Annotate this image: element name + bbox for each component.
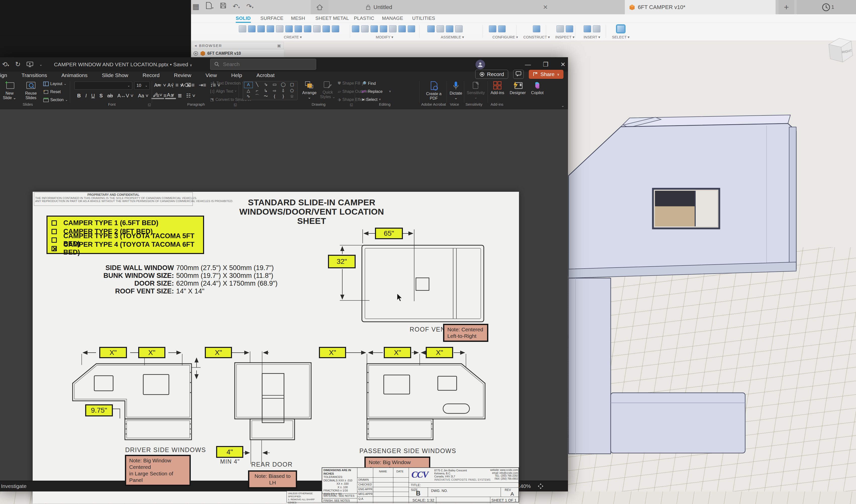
scribble-shape-icon[interactable]: ∿ bbox=[244, 94, 253, 100]
align-left-icon[interactable]: ≡ bbox=[156, 93, 159, 98]
comments-button[interactable] bbox=[513, 70, 524, 79]
section-button[interactable]: Section ⌄ bbox=[43, 97, 68, 102]
panel-dock-icon[interactable]: ▣ bbox=[277, 43, 281, 48]
new-tab-icon[interactable]: + bbox=[778, 0, 794, 14]
search-input[interactable] bbox=[223, 61, 311, 67]
right-arrow-shape-icon[interactable]: ⇨ bbox=[270, 88, 279, 94]
camper-3d-model[interactable] bbox=[548, 105, 814, 462]
menu-slide-show[interactable]: Slide Show bbox=[102, 72, 128, 78]
numbering-icon[interactable]: ⋮≡ ˅ bbox=[170, 82, 183, 88]
underline-icon[interactable]: U bbox=[89, 93, 97, 98]
find-button[interactable]: 🔎 Find bbox=[361, 81, 376, 86]
doc-tab-active[interactable]: 6FT CAMPER v10* bbox=[625, 0, 775, 14]
font-dialog-launcher-icon[interactable]: ◱ bbox=[148, 103, 151, 106]
menu-acrobat[interactable]: Acrobat bbox=[256, 72, 274, 78]
shapes-gallery[interactable]: A ╲⇘ ▭◯▢ △⌐↳ ⇨⇩⬠ ∿⌒〜 {}☆ bbox=[243, 81, 297, 100]
file-icon[interactable]: ▾ bbox=[206, 2, 213, 11]
close-tab-icon[interactable]: ✕ bbox=[543, 4, 548, 11]
menu-review[interactable]: Review bbox=[174, 72, 191, 78]
dim-label-32[interactable]: 32" bbox=[328, 255, 356, 268]
align-text-button[interactable]: [↕] Align Text ˅ bbox=[210, 89, 237, 94]
tab-surface[interactable]: SURFACE bbox=[260, 14, 284, 23]
dictate-button[interactable]: Dictate⌄ bbox=[449, 81, 463, 100]
callout-shape-icon[interactable]: ⬠ bbox=[288, 88, 296, 94]
save-status[interactable]: Saved bbox=[173, 61, 188, 67]
menu-design[interactable]: Design bbox=[0, 72, 7, 78]
arrow-shape-icon[interactable]: ⇘ bbox=[261, 82, 270, 88]
collapse-arrow-icon[interactable]: ◂ bbox=[194, 43, 196, 48]
menu-animations[interactable]: Animations bbox=[61, 72, 87, 78]
undo-icon[interactable]: ⟲▾ bbox=[2, 60, 9, 68]
close-icon[interactable]: ✕ bbox=[561, 61, 565, 68]
menu-record[interactable]: Record bbox=[142, 72, 159, 78]
home-view-icon[interactable] bbox=[311, 0, 329, 14]
tab-mesh[interactable]: MESH bbox=[291, 14, 305, 23]
visibility-icon[interactable] bbox=[193, 51, 198, 56]
layout-button[interactable]: Layout ⌄ bbox=[43, 82, 66, 86]
rectangle-shape-icon[interactable]: ▭ bbox=[270, 82, 279, 88]
record-button[interactable]: Record bbox=[475, 70, 509, 79]
slide-canvas[interactable]: PROPRIETARY AND CONFIDENTIAL THE INFORMA… bbox=[0, 109, 568, 481]
wave-shape-icon[interactable]: 〜 bbox=[261, 94, 270, 100]
app-grid-icon[interactable]: ▦ bbox=[192, 2, 199, 11]
group-insert[interactable]: INSERT ▾ bbox=[579, 24, 604, 40]
create-pdf-button[interactable]: Create a PDF bbox=[423, 81, 445, 101]
dim-label-x1[interactable]: X" bbox=[99, 347, 127, 358]
account-avatar[interactable] bbox=[476, 60, 485, 69]
tab-sheet-metal[interactable]: SHEET METAL bbox=[315, 14, 349, 23]
reuse-slides-button[interactable]: Reuse Slides bbox=[21, 81, 41, 100]
paragraph-dialog-launcher-icon[interactable]: ◱ bbox=[234, 103, 237, 106]
redo-icon[interactable]: ↷▾ bbox=[246, 2, 253, 10]
dim-label-65[interactable]: 65" bbox=[375, 228, 403, 239]
tab-manage[interactable]: MANAGE bbox=[382, 14, 403, 23]
columns-icon[interactable]: ☷ ˅ bbox=[186, 93, 195, 98]
triangle-shape-icon[interactable]: △ bbox=[244, 88, 253, 94]
select-button[interactable]: ➤ Select ˅ bbox=[361, 97, 381, 102]
shape-fill-button[interactable]: ⛊ Shape Fill ˅ bbox=[338, 81, 363, 86]
minimize-icon[interactable]: — bbox=[525, 61, 531, 68]
shadow-icon[interactable]: S bbox=[98, 93, 104, 98]
decrease-indent-icon[interactable]: ⇤≡ bbox=[187, 82, 194, 88]
align-center-icon[interactable]: ≡ bbox=[164, 93, 166, 98]
strikethrough-icon[interactable]: ab bbox=[105, 93, 115, 98]
share-button[interactable]: Share ∨ bbox=[529, 70, 563, 79]
drawing-dialog-launcher-icon[interactable]: ◱ bbox=[350, 103, 353, 106]
dim-label-x5[interactable]: X" bbox=[384, 347, 411, 358]
search-box[interactable] bbox=[210, 59, 316, 70]
menu-transitions[interactable]: Transitions bbox=[21, 72, 47, 78]
dim-label-x2[interactable]: X" bbox=[138, 347, 165, 358]
accessibility-status[interactable]: Investigate bbox=[1, 483, 27, 489]
elbow-shape-icon[interactable]: ⌐ bbox=[253, 88, 262, 94]
new-slide-button[interactable]: New Slide ⌄ bbox=[1, 81, 18, 100]
line-shape-icon[interactable]: ╲ bbox=[253, 82, 262, 88]
start-slideshow-icon[interactable] bbox=[27, 61, 33, 68]
tab-solid[interactable]: SOLID bbox=[236, 14, 251, 23]
font-name-combo[interactable]: ⌄ bbox=[74, 82, 132, 90]
tab-utilities[interactable]: UTILITIES bbox=[412, 14, 435, 23]
menu-view[interactable]: View bbox=[206, 72, 217, 78]
arrange-button[interactable]: Arrange⌄ bbox=[301, 81, 318, 100]
group-inspect[interactable]: INSPECT ▾ bbox=[552, 24, 578, 40]
restore-icon[interactable]: ❐ bbox=[543, 61, 548, 68]
sensitivity-button[interactable]: Sensitivity ⌄ bbox=[465, 81, 486, 100]
menu-help[interactable]: Help bbox=[231, 72, 242, 78]
increase-indent-icon[interactable]: ⇥≡ bbox=[199, 82, 206, 88]
slide[interactable]: PROPRIETARY AND CONFIDENTIAL THE INFORMA… bbox=[33, 192, 519, 504]
qat-overflow-icon[interactable]: ⌄ bbox=[39, 62, 42, 67]
group-select[interactable]: SELECT ▾ bbox=[610, 24, 632, 40]
driver-note[interactable]: Note: Big Window Centeredin Large Sectio… bbox=[125, 455, 191, 486]
collapse-ribbon-icon[interactable]: ⌄ bbox=[561, 103, 564, 108]
star-shape-icon[interactable]: ☆ bbox=[288, 94, 296, 100]
roof-note[interactable]: Note: CenteredLeft-to-Right bbox=[443, 324, 488, 342]
browser-root-row[interactable]: 6FT CAMPER v10 bbox=[192, 50, 284, 57]
justify-icon[interactable]: ≣ bbox=[178, 93, 182, 98]
dim-label-x4[interactable]: X" bbox=[319, 347, 346, 358]
group-assemble[interactable]: ASSEMBLE ▾ bbox=[427, 24, 478, 40]
undo-icon[interactable]: ↶▾ bbox=[233, 2, 240, 10]
character-spacing-icon[interactable]: A↔V ˅ bbox=[116, 93, 135, 98]
save-icon[interactable] bbox=[220, 2, 226, 10]
group-construct[interactable]: CONSTRUCT ▾ bbox=[523, 24, 550, 40]
down-arrow-shape-icon[interactable]: ⇩ bbox=[279, 88, 288, 94]
tab-plastic[interactable]: PLASTIC bbox=[354, 14, 374, 23]
redo-icon[interactable]: ↻ bbox=[15, 60, 21, 68]
